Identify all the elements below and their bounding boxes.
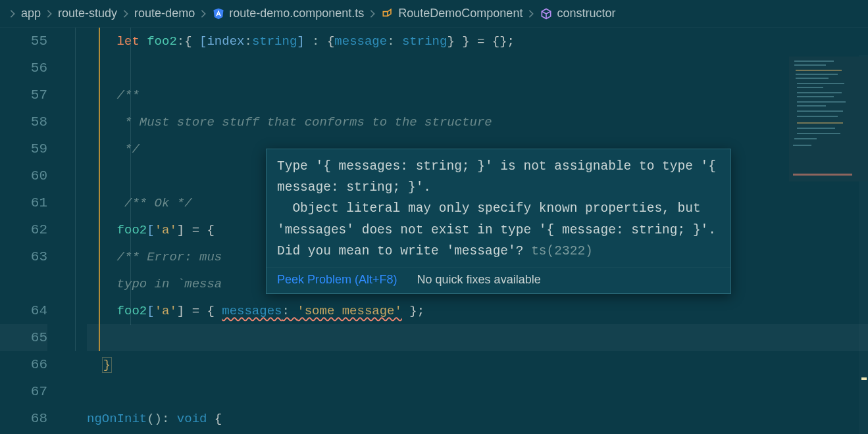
token-brace: } = {}; xyxy=(455,34,515,49)
line-number: 64 xyxy=(31,303,47,318)
token-string: 'some message' xyxy=(297,304,402,318)
token-variable: foo2 xyxy=(147,34,177,49)
breadcrumb: app route-study route-demo route-demo.co… xyxy=(0,0,868,28)
line-number: 56 xyxy=(31,60,47,76)
chevron-right-icon xyxy=(199,9,208,18)
crumb-route-study[interactable]: route-study xyxy=(58,7,117,20)
token-punct: : xyxy=(244,34,251,49)
token-punct: : xyxy=(162,412,177,426)
token-type: string xyxy=(402,34,447,49)
chevron-right-icon xyxy=(368,9,377,18)
chevron-right-icon xyxy=(45,9,54,18)
minimap[interactable] xyxy=(789,57,868,181)
line-number: 55 xyxy=(31,34,47,49)
token-bracket: [ xyxy=(199,34,207,49)
hover-footer: Peek Problem (Alt+F8) No quick fixes ava… xyxy=(267,267,730,293)
cursor-marker xyxy=(861,377,867,380)
indent-guides xyxy=(62,28,87,434)
crumb-label: RouteDemoComponent xyxy=(398,7,523,20)
token-bracket: [ xyxy=(147,223,154,237)
token-brace: { xyxy=(207,412,222,426)
token-keyword: let xyxy=(117,34,147,49)
hover-text: Object literal may only specify known pr… xyxy=(277,201,724,258)
line-number-gutter: 55 56 57 58 59 60 61 62 63 64 65 66 67 6… xyxy=(0,28,62,434)
token-comment: /** Ok */ xyxy=(117,196,192,210)
line-number: 63 xyxy=(31,249,47,264)
chevron-right-icon xyxy=(8,9,17,18)
token-type: void xyxy=(177,412,207,426)
token-comment: typo in `messa xyxy=(117,277,222,291)
token-brace: } xyxy=(447,34,454,49)
hover-text: Type '{ messages: string; }' is not assi… xyxy=(277,159,724,195)
token-punct: : xyxy=(177,34,184,49)
crumb-app[interactable]: app xyxy=(21,7,41,20)
token-punct: () xyxy=(147,412,162,426)
no-quick-fix-label: No quick fixes available xyxy=(417,273,541,287)
hover-widget: Type '{ messages: string; }' is not assi… xyxy=(266,149,731,294)
line-number: 67 xyxy=(31,384,47,399)
line-number: 59 xyxy=(31,141,47,157)
peek-problem-link[interactable]: Peek Problem (Alt+F8) xyxy=(277,273,397,287)
crumb-file[interactable]: route-demo.component.ts xyxy=(212,7,364,20)
token-bracket: [ xyxy=(147,304,154,318)
token-punct: : xyxy=(282,304,297,318)
token-punct: : xyxy=(387,34,402,49)
token-brace: ] = { xyxy=(177,223,222,237)
hover-message: Type '{ messages: string; }' is not assi… xyxy=(267,149,730,267)
crumb-label: route-demo xyxy=(134,7,195,20)
line-number: 68 xyxy=(31,411,47,426)
token-comment: * Must store stuff that conforms to the … xyxy=(117,115,492,130)
crumb-method[interactable]: constructor xyxy=(540,7,615,20)
token-comment: /** xyxy=(117,88,140,103)
line-number: 61 xyxy=(31,195,47,210)
crumb-label: route-demo.component.ts xyxy=(229,7,364,20)
token-brace: { xyxy=(184,34,199,49)
token-brace: { xyxy=(327,34,334,49)
token-string: 'a' xyxy=(155,223,177,237)
line-number: 62 xyxy=(31,222,47,237)
angular-shield-icon xyxy=(212,7,225,20)
token-type: string xyxy=(252,34,297,49)
code-editor[interactable]: 55 56 57 58 59 60 61 62 63 64 65 66 67 6… xyxy=(0,28,868,434)
token-string: 'a' xyxy=(155,304,177,318)
line-number: 57 xyxy=(31,87,47,103)
token-variable: foo2 xyxy=(117,304,147,318)
line-number: 58 xyxy=(31,114,47,130)
chevron-right-icon xyxy=(121,9,130,18)
token-method: ngOnInit xyxy=(87,412,147,426)
crumb-label: constructor xyxy=(557,7,615,20)
line-number: 65 xyxy=(31,330,47,345)
crumb-label: app xyxy=(21,7,41,20)
token-comment: /** Error: mus xyxy=(117,250,222,264)
symbol-class-icon xyxy=(381,7,394,20)
crumb-label: route-study xyxy=(58,7,117,20)
crumb-class[interactable]: RouteDemoComponent xyxy=(381,7,523,20)
line-number: 66 xyxy=(31,357,47,372)
line-number: 60 xyxy=(31,168,47,183)
symbol-method-icon xyxy=(540,7,553,20)
chevron-right-icon xyxy=(526,9,536,18)
token-bracket: ] xyxy=(297,34,304,49)
token-error-property: messages xyxy=(222,304,282,318)
token-punct: : xyxy=(305,34,327,49)
token-variable: foo2 xyxy=(117,223,147,237)
token-brace: }; xyxy=(402,304,424,318)
token-comment: */ xyxy=(117,142,140,157)
token-brace-match: } xyxy=(102,357,112,373)
token-brace: ] = { xyxy=(177,304,222,318)
crumb-route-demo[interactable]: route-demo xyxy=(134,7,195,20)
token-property: message xyxy=(334,34,387,49)
token-identifier: index xyxy=(207,34,244,49)
hover-error-code: ts(2322) xyxy=(531,244,593,258)
